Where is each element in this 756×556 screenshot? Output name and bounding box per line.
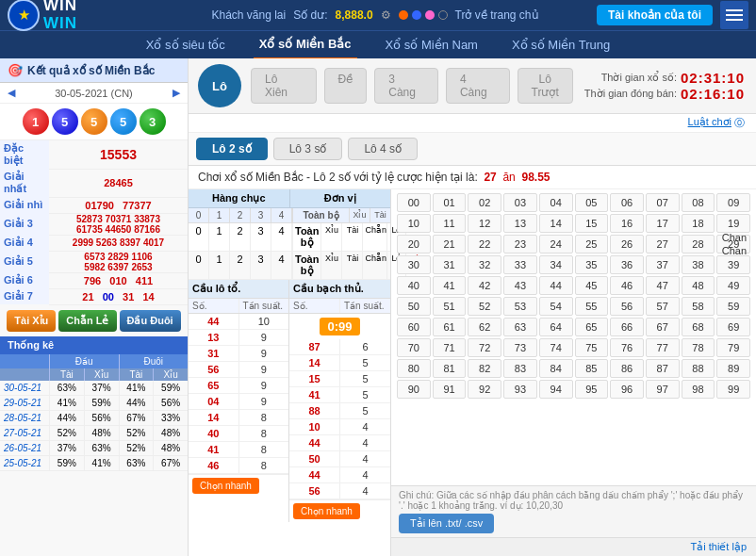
number-cell[interactable]: 06 [610, 193, 644, 212]
number-cell[interactable]: 27 [646, 235, 680, 253]
number-cell[interactable]: 46 [610, 276, 644, 295]
upload-button[interactable]: Tải lên .txt/ .csv [399, 514, 494, 533]
nav-item-mien-nam[interactable]: Xổ số Miền Nam [380, 31, 484, 59]
number-cell[interactable]: 72 [468, 338, 501, 357]
number-cell[interactable]: 08 [682, 193, 715, 212]
tai-xiu-button[interactable]: Tài Xỉu [7, 310, 56, 332]
tab-lo-3-so[interactable]: Lô 3 số [273, 138, 343, 160]
tab-4-cang[interactable]: 4 Càng [446, 68, 510, 105]
number-cell[interactable]: 78 [682, 338, 715, 357]
home-link[interactable]: Trở về trang chủ [455, 8, 539, 22]
number-cell[interactable]: 33 [503, 255, 537, 274]
number-cell[interactable]: 59 [716, 297, 750, 316]
number-cell[interactable]: 86 [610, 359, 644, 378]
tab-lo-truot[interactable]: LôTrượt [518, 68, 573, 105]
number-cell[interactable]: 55 [575, 297, 609, 316]
tai-thiet-lap-link[interactable]: Tải thiết lập [690, 541, 747, 553]
number-cell[interactable]: 60 [397, 318, 431, 336]
number-cell[interactable]: 20 [397, 235, 431, 253]
number-cell[interactable]: 63 [503, 318, 537, 336]
number-cell[interactable]: 31 [433, 255, 467, 274]
number-cell[interactable]: 39 [716, 255, 750, 274]
tab-3-cang[interactable]: 3 Càng [374, 68, 438, 105]
chon-nhanh-lo-to-button[interactable]: Chọn nhanh [192, 478, 259, 494]
number-cell[interactable]: 24 [539, 235, 573, 253]
number-cell[interactable]: 87 [646, 359, 680, 378]
tab-lo-xien[interactable]: Lô Xiên [251, 68, 317, 105]
number-cell[interactable]: 51 [433, 297, 467, 316]
account-button[interactable]: Tài khoản của tôi [597, 5, 713, 25]
number-cell[interactable]: 09 [716, 193, 750, 212]
number-cell[interactable]: 76 [610, 338, 644, 357]
number-cell[interactable]: 42 [468, 276, 501, 295]
number-cell[interactable]: 03 [503, 193, 537, 212]
chan-le-button[interactable]: Chẵn Lẻ [58, 310, 116, 332]
luat-choi-link[interactable]: Luật chơi [688, 116, 731, 130]
number-cell[interactable]: 77 [646, 338, 680, 357]
number-cell[interactable]: 64 [539, 318, 573, 336]
number-cell[interactable]: 99 [716, 380, 750, 399]
number-cell[interactable]: 82 [468, 359, 501, 378]
number-cell[interactable]: 71 [433, 338, 467, 357]
number-cell[interactable]: 69 [716, 318, 750, 336]
number-cell[interactable]: 91 [433, 380, 467, 399]
number-cell[interactable]: 36 [610, 255, 644, 274]
number-cell[interactable]: 34 [539, 255, 573, 274]
number-cell[interactable]: 80 [397, 359, 431, 378]
number-cell[interactable]: 22 [468, 235, 501, 253]
dau-duoi-button[interactable]: Đầu Đuôi [120, 310, 181, 332]
number-cell[interactable]: 53 [503, 297, 537, 316]
number-cell[interactable]: 13 [503, 214, 537, 233]
number-cell[interactable]: 94 [539, 380, 573, 399]
sidebar-prev-icon[interactable]: ◀ [8, 87, 15, 99]
number-cell[interactable]: 70 [397, 338, 431, 357]
number-cell[interactable]: 84 [539, 359, 573, 378]
number-cell[interactable]: 54 [539, 297, 573, 316]
menu-button[interactable] [720, 1, 748, 29]
number-cell[interactable]: 04 [539, 193, 573, 212]
number-cell[interactable]: 75 [575, 338, 609, 357]
number-cell[interactable]: 88 [682, 359, 715, 378]
number-cell[interactable]: 02 [468, 193, 501, 212]
number-cell[interactable]: 83 [503, 359, 537, 378]
number-cell[interactable]: 30 [397, 255, 431, 274]
number-cell[interactable]: 52 [468, 297, 501, 316]
number-cell[interactable]: 48 [682, 276, 715, 295]
number-cell[interactable]: 10 [397, 214, 431, 233]
number-cell[interactable]: 65 [575, 318, 609, 336]
number-cell[interactable]: 16 [610, 214, 644, 233]
nav-item-sieu-toc[interactable]: Xổ số siêu tốc [140, 31, 231, 59]
number-cell[interactable]: 43 [503, 276, 537, 295]
number-cell[interactable]: 23 [503, 235, 537, 253]
number-cell[interactable]: 15 [575, 214, 609, 233]
number-cell[interactable]: 47 [646, 276, 680, 295]
number-cell[interactable]: 74 [539, 338, 573, 357]
number-cell[interactable]: 50 [397, 297, 431, 316]
chon-nhanh-bach-thu-button[interactable]: Chọn nhanh [293, 503, 360, 519]
number-cell[interactable]: 32 [468, 255, 501, 274]
number-cell[interactable]: 35 [575, 255, 609, 274]
number-cell[interactable]: 38 [682, 255, 715, 274]
number-cell[interactable]: 25 [575, 235, 609, 253]
number-cell[interactable]: 11 [433, 214, 467, 233]
number-cell[interactable]: 68 [682, 318, 715, 336]
number-cell[interactable]: 19 [716, 214, 750, 233]
number-cell[interactable]: 28 [682, 235, 715, 253]
nav-item-mien-trung[interactable]: Xổ số Miền Trung [506, 31, 616, 59]
tab-lo-2-so[interactable]: Lô 2 số [196, 138, 268, 160]
number-cell[interactable]: 96 [610, 380, 644, 399]
number-cell[interactable]: 07 [646, 193, 680, 212]
number-cell[interactable]: 62 [468, 318, 501, 336]
number-cell[interactable]: 90 [397, 380, 431, 399]
number-cell[interactable]: 01 [433, 193, 467, 212]
number-cell[interactable]: 45 [575, 276, 609, 295]
number-cell[interactable]: 85 [575, 359, 609, 378]
number-cell[interactable]: 21 [433, 235, 467, 253]
number-cell[interactable]: 44 [539, 276, 573, 295]
number-cell[interactable]: 41 [433, 276, 467, 295]
number-cell[interactable]: 56 [610, 297, 644, 316]
number-cell[interactable]: 26 [610, 235, 644, 253]
number-cell[interactable]: 05 [575, 193, 609, 212]
nav-item-mien-bac[interactable]: Xổ số Miền Bắc [254, 31, 357, 59]
number-cell[interactable]: 98 [682, 380, 715, 399]
